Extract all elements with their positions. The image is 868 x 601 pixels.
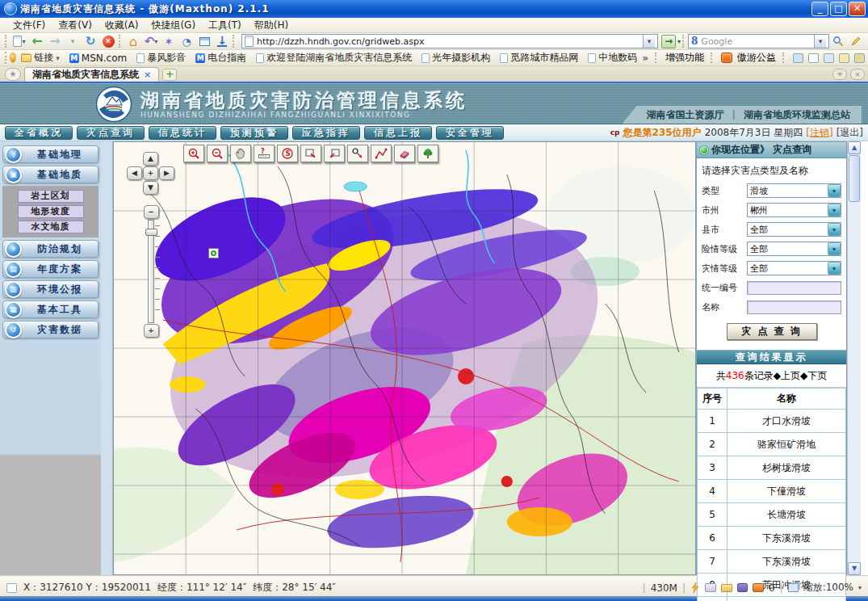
zoom-plus-button[interactable]: + [144, 324, 159, 338]
map-tool-zoom-out-window[interactable] [324, 145, 345, 162]
row-name[interactable]: 骆家恒矿滑地 [728, 433, 846, 456]
map-tool-zoom-out[interactable] [207, 145, 228, 162]
row-name[interactable]: 杉树垅滑坡 [728, 456, 846, 480]
nav-tab-disaster-query[interactable]: 灾点查询 [77, 126, 145, 140]
enhance-button[interactable]: 增强功能 [665, 51, 704, 65]
row-name[interactable]: 下东溪滑坡 [728, 550, 846, 574]
search-go-button[interactable] [830, 34, 846, 49]
chevron-down-icon[interactable]: ▾ [828, 204, 841, 216]
messenger-icon[interactable] [793, 53, 803, 63]
minimize-button[interactable]: _ [811, 2, 828, 16]
folder-icon[interactable] [721, 584, 732, 592]
table-row[interactable]: 9黄花岭滑坡 [698, 597, 846, 601]
map-canvas[interactable] [114, 142, 695, 574]
search-input[interactable]: Google [701, 36, 814, 47]
nav-tab-report[interactable]: 信息上报 [364, 126, 432, 140]
split-window-button[interactable] [196, 34, 212, 49]
popup-blocker-icon[interactable] [808, 53, 819, 63]
notes-icon[interactable] [737, 583, 748, 592]
sidebar-item-basic-tools[interactable]: ▦ 基本工具 [2, 300, 99, 318]
chevron-down-icon[interactable]: ▾ [828, 242, 841, 255]
zoom-slider-thumb[interactable] [145, 229, 157, 236]
feed-icon[interactable] [839, 53, 849, 63]
danger-level-select[interactable]: 全部 ▾ [747, 242, 841, 256]
county-select[interactable]: 全部 ▾ [747, 222, 841, 237]
logout-link[interactable]: [注销] [806, 126, 832, 140]
bookmark-item-msn[interactable]: MMSN.com [65, 53, 132, 64]
row-name[interactable]: 下僮滑坡 [728, 480, 846, 503]
type-select[interactable]: 滑坡 ▾ [747, 183, 841, 198]
nav-tab-overview[interactable]: 全省概况 [5, 126, 73, 140]
address-input[interactable]: http://dzzh.hndh.gov.cn/gridweb.aspx [257, 36, 643, 47]
search-dropdown-button[interactable]: ▾ [814, 35, 826, 48]
maximize-button[interactable]: □ [830, 2, 847, 16]
pan-center-button[interactable]: + [143, 166, 158, 180]
tools-gear-button[interactable]: ✳ [832, 69, 847, 80]
chevron-down-icon[interactable]: ▾ [828, 262, 841, 275]
city-select[interactable]: 郴州 ▾ [747, 203, 841, 217]
bookmark-item-hunan-gis[interactable]: 欢迎登陆湖南省地质灾害信息系统 [251, 51, 417, 65]
nav-tab-forecast[interactable]: 预测预警 [220, 126, 288, 140]
filter-wand-button[interactable]: ✶ [161, 34, 177, 49]
tab-item-active[interactable]: 湖南省地质灾害信息系统 × [24, 67, 159, 82]
table-row[interactable]: 2骆家恒矿滑地 [698, 433, 846, 456]
go-caret-icon[interactable]: ▾ [677, 38, 681, 45]
map-tool-zoom-in[interactable] [183, 145, 204, 162]
menu-help[interactable]: 帮助(H) [248, 19, 295, 32]
tab-close-icon[interactable]: × [144, 69, 151, 80]
pan-left-button[interactable]: ◀ [127, 166, 142, 180]
table-row[interactable]: 3杉树垅滑坡 [698, 456, 846, 480]
charity-button[interactable]: 傲游公益 [737, 51, 776, 65]
forward-button[interactable]: → [47, 34, 63, 49]
menu-favorites[interactable]: 收藏(A) [99, 19, 145, 32]
bookmark-item-city[interactable]: 觅路城市精品网 [495, 51, 583, 65]
stop-button[interactable]: ✕ [100, 34, 116, 49]
tabbar-close-button[interactable]: × [850, 69, 865, 80]
back-button[interactable]: ← [29, 34, 45, 49]
tab-list-star-button[interactable]: ★ [5, 68, 21, 81]
sidebar-item-prevention-plan[interactable]: ✳ 防治规划 [2, 240, 99, 258]
new-page-button[interactable]: ▾ [11, 34, 27, 49]
menu-groups[interactable]: 快捷组(G) [145, 19, 202, 32]
skin-icon[interactable] [854, 53, 865, 63]
zoom-minus-button[interactable]: − [144, 205, 159, 219]
sidebar-item-annual-plan[interactable]: ▤ 年度方案 [2, 260, 99, 278]
search-box[interactable]: 8 Google ▾ [688, 34, 829, 48]
scroll-thumb[interactable] [849, 155, 860, 202]
bookmark-item-photo[interactable]: 光年摄影机构 [417, 51, 495, 65]
home-button[interactable]: ⌂ [125, 34, 141, 49]
subitem-rock-zoning[interactable]: 岩土区划 [18, 190, 84, 203]
new-tab-button[interactable]: + [162, 69, 177, 81]
zoom-slider-rail[interactable] [148, 220, 154, 323]
favorites-heart-icon[interactable] [10, 53, 17, 63]
map-tool-measure[interactable]: ? [254, 145, 275, 162]
new-page-caret-icon[interactable]: ▾ [22, 38, 25, 45]
page-scrollbar[interactable]: ▲ ▼ [847, 141, 861, 575]
chevron-down-icon[interactable]: ▾ [828, 184, 841, 197]
undo-button[interactable]: ↶▾ [143, 34, 159, 49]
links-folder[interactable]: 链接 ▾ [16, 51, 65, 65]
row-name[interactable]: 下东溪滑坡 [728, 527, 846, 550]
google-engine-icon[interactable]: 8 [691, 36, 698, 47]
prev-page-link[interactable]: ◆上页 [774, 370, 800, 381]
bookmark-item-zhongdi[interactable]: 中地数码 [583, 51, 642, 65]
menu-file[interactable]: 文件(F) [6, 19, 52, 32]
address-bar[interactable]: http://dzzh.hndh.gov.cn/gridweb.aspx ▾ [241, 34, 658, 48]
lightning-icon[interactable] [690, 582, 700, 593]
go-button[interactable]: → [661, 35, 676, 48]
dept-link-land-resources[interactable]: 湖南省国土资源厅 [647, 108, 724, 122]
highlight-button[interactable] [848, 34, 864, 49]
row-name[interactable]: 才口水滑坡 [728, 410, 846, 433]
uid-input[interactable] [747, 281, 841, 295]
table-row[interactable]: 6下东溪滑坡 [698, 527, 846, 550]
snap-icon[interactable] [753, 583, 764, 592]
sidebar-item-base-geology[interactable]: ▣ 基础地质 [2, 166, 99, 183]
menu-view[interactable]: 查看(V) [52, 19, 99, 32]
sidebar-item-disaster-data[interactable]: ↺ 灾害数据 [2, 321, 99, 338]
bookmark-item-storm[interactable]: 暴风影音 [132, 51, 191, 65]
zoom-level-text[interactable]: 缩放:100% [803, 581, 853, 595]
scroll-down-button[interactable]: ▼ [848, 562, 861, 575]
nav-tab-security[interactable]: 安全管理 [436, 126, 504, 140]
pan-down-button[interactable]: ▼ [143, 181, 158, 195]
row-name[interactable]: 黄花岭滑坡 [728, 597, 846, 601]
